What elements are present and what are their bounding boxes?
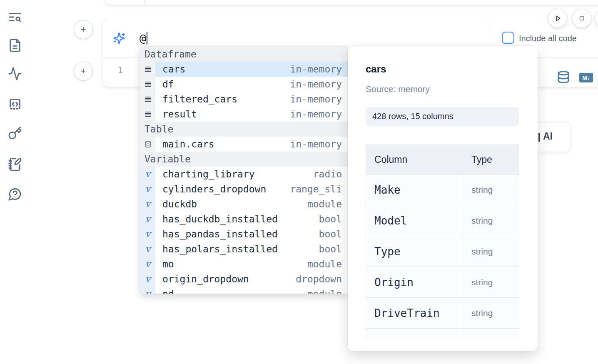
ai-button-label: AI xyxy=(543,131,553,142)
type-header: Type xyxy=(463,145,519,175)
previous-cell-partial xyxy=(104,0,598,5)
completion-item-detail: dropdown xyxy=(296,274,342,284)
completion-item-detail: in-memory xyxy=(290,79,342,90)
completion-item-label: has_polars_installed xyxy=(162,244,278,254)
completion-item-label: cars xyxy=(162,64,185,75)
code-snippets-icon[interactable] xyxy=(8,97,22,111)
text-cursor xyxy=(147,32,147,45)
completion-item-detail: in-memory xyxy=(290,139,342,150)
cell-gutter-divider xyxy=(145,0,145,5)
add-cell-above-button[interactable]: + xyxy=(74,20,93,39)
completion-item-label: filtered_cars xyxy=(162,94,237,105)
completion-item-duckdb[interactable]: vduckdbmodule xyxy=(140,197,348,212)
column-type-cell: string xyxy=(463,298,519,329)
completion-item-label: mo xyxy=(162,259,174,269)
column-type-table: Column Type MakestringModelstringTypestr… xyxy=(366,145,519,338)
column-type-cell: string xyxy=(463,205,519,236)
key-secrets-icon[interactable] xyxy=(8,126,22,140)
completion-item-filtered_cars[interactable]: filtered_carsin-memory xyxy=(140,92,348,107)
dataframe-icon xyxy=(140,77,155,92)
dataframe-icon xyxy=(140,107,155,122)
column-row-Model: Modelstring xyxy=(366,205,519,236)
completion-section-variable: Variable xyxy=(140,152,348,167)
column-name-cell: Make xyxy=(366,175,463,205)
column-name-cell: DriveTrain xyxy=(366,298,463,329)
stop-button[interactable] xyxy=(572,9,591,28)
completion-item-detail: module xyxy=(307,199,342,209)
completion-item-detail: in-memory xyxy=(290,94,342,105)
scratchpad-icon[interactable] xyxy=(8,157,22,172)
column-name-cell: Origin xyxy=(366,267,463,298)
clipped-text-stub xyxy=(538,133,540,142)
completion-item-detail: in-memory xyxy=(290,64,342,75)
column-type-cell: string xyxy=(463,175,519,205)
completion-section-dataframe: Dataframe xyxy=(140,47,348,62)
completion-item-origin_dropdown[interactable]: vorigin_dropdowndropdown xyxy=(140,272,348,287)
completion-item-cars[interactable]: carsin-memory xyxy=(140,62,348,77)
file-document-icon[interactable] xyxy=(8,38,22,52)
variable-icon: v xyxy=(140,227,155,242)
completion-item-df[interactable]: dfin-memory xyxy=(140,77,348,92)
add-cell-below-button[interactable]: + xyxy=(74,62,93,81)
completion-item-label: df xyxy=(162,79,174,90)
column-row-Origin: Originstring xyxy=(366,267,519,298)
completion-item-detail: in-memory xyxy=(290,109,342,120)
database-icon[interactable] xyxy=(557,70,570,84)
completion-item-detail: bool xyxy=(319,229,342,239)
preview-title: cars xyxy=(366,63,386,75)
variable-icon: v xyxy=(140,242,155,257)
stop-icon xyxy=(577,13,587,23)
completion-item-label: main.cars xyxy=(162,139,214,150)
column-type-cell: string xyxy=(463,236,519,267)
preview-shape-badge: 428 rows, 15 columns xyxy=(366,107,519,126)
column-type-cell: string xyxy=(463,267,519,298)
completion-item-detail: radio xyxy=(313,169,342,180)
variable-icon: v xyxy=(140,257,155,272)
notebook-canvas: + + @ Include all code 1 M↓ Dataframecar… xyxy=(0,0,598,364)
variable-icon: v xyxy=(140,197,155,212)
completion-item-detail: bool xyxy=(319,214,342,224)
column-header: Column xyxy=(366,145,463,175)
completion-item-detail: bool xyxy=(319,244,342,254)
variable-icon: v xyxy=(140,272,155,287)
table-icon xyxy=(140,137,155,152)
column-row-Type: Typestring xyxy=(366,236,519,267)
column-name-cell: Model xyxy=(366,205,463,236)
completion-dropdown: Dataframecarsin-memorydfin-memoryfiltere… xyxy=(140,47,348,294)
completion-item-label: duckdb xyxy=(162,199,197,209)
column-row-Make: Makestring xyxy=(366,175,519,205)
completion-item-label: cylinders_dropdown xyxy=(162,184,266,194)
line-number: 1 xyxy=(112,65,129,75)
dataframe-icon xyxy=(140,92,155,107)
toc-search-icon[interactable] xyxy=(8,10,22,24)
variable-icon: v xyxy=(140,167,155,182)
prompt-value: @ xyxy=(140,32,146,45)
completion-item-main.cars[interactable]: main.carsin-memory xyxy=(140,137,348,152)
help-chat-icon[interactable] xyxy=(8,187,22,201)
ai-generate-button-partial[interactable]: AI xyxy=(533,122,571,152)
completion-item-has_pandas_installed[interactable]: vhas_pandas_installedbool xyxy=(140,227,348,242)
completion-item-detail: range_sli xyxy=(290,184,342,194)
column-row-DriveTrain: DriveTrainstring xyxy=(366,298,519,329)
completion-item-charting_library[interactable]: vcharting_libraryradio xyxy=(140,167,348,182)
preview-source: Source: memory xyxy=(366,84,430,94)
completion-item-cylinders_dropdown[interactable]: vcylinders_dropdownrange_sli xyxy=(140,182,348,197)
table-header-row: Column Type xyxy=(366,145,519,175)
play-icon xyxy=(553,13,563,23)
completion-item-has_polars_installed[interactable]: vhas_polars_installedbool xyxy=(140,242,348,257)
completion-item-result[interactable]: resultin-memory xyxy=(140,107,348,122)
completion-item-mo[interactable]: vmomodule xyxy=(140,257,348,272)
completion-item-label: origin_dropdown xyxy=(162,274,249,284)
run-button[interactable] xyxy=(548,9,567,28)
markdown-icon[interactable]: M↓ xyxy=(579,73,593,82)
completion-item-has_duckdb_installed[interactable]: vhas_duckdb_installedbool xyxy=(140,212,348,227)
completion-item-label: has_duckdb_installed xyxy=(162,214,278,224)
completion-item-detail: module xyxy=(307,289,342,294)
preview-table-wrapper: Column Type MakestringModelstringTypestr… xyxy=(366,145,519,338)
completion-item-label: charting_library xyxy=(162,169,255,180)
variable-icon: v xyxy=(140,182,155,197)
completion-item-pd[interactable]: vpdmodule xyxy=(140,287,348,294)
activity-icon[interactable] xyxy=(8,67,22,81)
include-all-code-checkbox[interactable] xyxy=(502,32,514,44)
dataframe-preview-panel: cars Source: memory 428 rows, 15 columns… xyxy=(348,46,538,351)
